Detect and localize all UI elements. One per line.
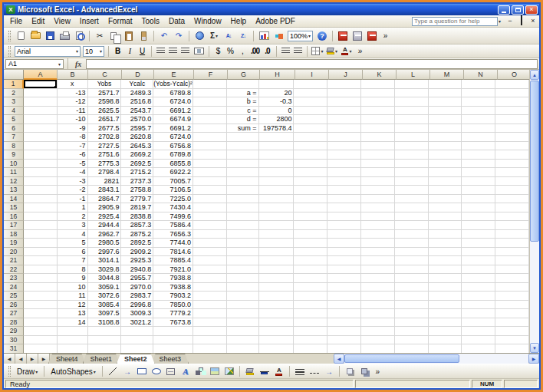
cell-F9[interactable] bbox=[193, 150, 227, 160]
cell-F18[interactable] bbox=[193, 230, 227, 239]
line-button[interactable] bbox=[106, 365, 120, 378]
row-header-31[interactable]: 31 bbox=[4, 344, 24, 353]
cell-E26[interactable]: 7850.0 bbox=[153, 301, 193, 310]
cell-A19[interactable] bbox=[24, 239, 58, 248]
cell-F27[interactable] bbox=[193, 309, 227, 318]
cell-M21[interactable] bbox=[429, 256, 462, 265]
cell-N22[interactable] bbox=[462, 265, 495, 275]
cell-C22[interactable]: 3029.8 bbox=[88, 265, 122, 275]
cell-C3[interactable]: 2598.8 bbox=[88, 97, 122, 107]
toolbar-grip[interactable] bbox=[8, 46, 11, 57]
cell-J15[interactable] bbox=[327, 203, 361, 212]
cell-B2[interactable]: -13 bbox=[58, 89, 88, 98]
cell-A4[interactable] bbox=[24, 107, 58, 116]
cell-D14[interactable]: 2779.7 bbox=[121, 195, 153, 204]
cell-A30[interactable] bbox=[24, 336, 58, 345]
cell-K12[interactable] bbox=[361, 177, 395, 186]
cell-B17[interactable]: 3 bbox=[58, 221, 88, 230]
cell-A18[interactable] bbox=[24, 230, 58, 239]
cell-G10[interactable] bbox=[227, 160, 259, 169]
cell-E7[interactable]: 6724.0 bbox=[153, 133, 193, 142]
cell-D2[interactable]: 2489.3 bbox=[121, 89, 153, 98]
next-sheet-button[interactable]: ▶ bbox=[27, 354, 38, 364]
cell-H6[interactable]: 197578.4 bbox=[259, 124, 295, 133]
cell-L29[interactable] bbox=[395, 327, 429, 336]
cell-J3[interactable] bbox=[327, 97, 361, 107]
cell-D31[interactable] bbox=[121, 344, 153, 353]
cell-L30[interactable] bbox=[395, 336, 429, 345]
decrease-indent-button[interactable] bbox=[280, 44, 291, 58]
cell-A9[interactable] bbox=[24, 150, 58, 160]
close-button[interactable]: × bbox=[525, 5, 538, 15]
cell-B11[interactable]: -4 bbox=[58, 168, 88, 177]
cell-L10[interactable] bbox=[395, 160, 429, 169]
cell-J18[interactable] bbox=[327, 230, 361, 239]
column-header-h[interactable]: H bbox=[260, 70, 295, 80]
cell-I26[interactable] bbox=[294, 301, 327, 310]
cell-K22[interactable] bbox=[361, 265, 395, 275]
cell-B9[interactable]: -6 bbox=[58, 150, 88, 160]
cell-N21[interactable] bbox=[462, 256, 495, 265]
sort-ascending-button[interactable]: A↓ bbox=[222, 29, 235, 42]
cell-E13[interactable]: 7106.5 bbox=[153, 186, 193, 195]
cell-H26[interactable] bbox=[259, 301, 295, 310]
font-color-button[interactable]: A bbox=[272, 365, 286, 378]
cell-H18[interactable] bbox=[259, 230, 295, 239]
cell-A24[interactable] bbox=[24, 283, 58, 292]
shadow-style-button[interactable] bbox=[343, 365, 357, 378]
arrow-button[interactable]: → bbox=[120, 365, 134, 378]
cell-O31[interactable] bbox=[495, 344, 529, 353]
cell-B22[interactable]: 8 bbox=[58, 265, 88, 275]
sheet-tab-sheet2[interactable]: Sheet2 bbox=[117, 354, 155, 364]
cell-J7[interactable] bbox=[327, 133, 361, 142]
cell-N18[interactable] bbox=[462, 230, 495, 239]
cell-C12[interactable]: 2821 bbox=[88, 177, 122, 186]
cell-G27[interactable] bbox=[227, 309, 259, 318]
cell-A25[interactable] bbox=[24, 292, 58, 301]
column-header-l[interactable]: L bbox=[397, 70, 430, 80]
column-header-a[interactable]: A bbox=[24, 70, 58, 80]
cell-L25[interactable] bbox=[395, 292, 429, 301]
cell-D12[interactable]: 2737.3 bbox=[121, 177, 153, 186]
cell-A23[interactable] bbox=[24, 274, 58, 283]
row-header-26[interactable]: 26 bbox=[4, 301, 24, 310]
column-header-e[interactable]: E bbox=[154, 70, 194, 80]
cell-N11[interactable] bbox=[462, 168, 495, 177]
cell-E8[interactable]: 6756.8 bbox=[153, 142, 193, 151]
cell-L21[interactable] bbox=[395, 256, 429, 265]
cell-G16[interactable] bbox=[227, 212, 259, 222]
cell-L5[interactable] bbox=[395, 115, 429, 124]
cell-J25[interactable] bbox=[327, 292, 361, 301]
cell-B20[interactable]: 6 bbox=[58, 248, 88, 257]
cell-O30[interactable] bbox=[495, 336, 529, 345]
cell-D28[interactable]: 3021.2 bbox=[121, 318, 153, 328]
cell-E17[interactable]: 7586.4 bbox=[153, 221, 193, 230]
cell-B5[interactable]: -10 bbox=[58, 115, 88, 124]
cell-J29[interactable] bbox=[327, 327, 361, 336]
row-header-4[interactable]: 4 bbox=[4, 107, 24, 116]
menu-tools[interactable]: Tools bbox=[137, 17, 164, 25]
cell-D21[interactable]: 2925.3 bbox=[121, 256, 153, 265]
cell-I7[interactable] bbox=[294, 133, 327, 142]
dash-style-button[interactable] bbox=[308, 365, 321, 378]
cell-H20[interactable] bbox=[259, 248, 295, 257]
cell-D10[interactable]: 2692.5 bbox=[121, 160, 153, 169]
row-header-7[interactable]: 7 bbox=[4, 133, 24, 142]
cell-F21[interactable] bbox=[193, 256, 227, 265]
workbook-restore-button[interactable] bbox=[517, 17, 526, 25]
draw-menu-button[interactable]: Draw▾ bbox=[14, 367, 41, 376]
cell-B8[interactable]: -7 bbox=[58, 142, 88, 151]
cell-M13[interactable] bbox=[429, 186, 462, 195]
row-header-24[interactable]: 24 bbox=[4, 283, 24, 292]
cell-A14[interactable] bbox=[24, 195, 58, 204]
cell-C6[interactable]: 2677.5 bbox=[88, 124, 122, 133]
cell-E20[interactable]: 7814.6 bbox=[153, 248, 193, 257]
cell-H30[interactable] bbox=[259, 336, 295, 345]
cell-G1[interactable] bbox=[227, 80, 259, 89]
cell-D18[interactable]: 2875.2 bbox=[121, 230, 153, 239]
cell-G2[interactable]: a = bbox=[227, 89, 259, 98]
font-color-button[interactable]: A▾ bbox=[340, 44, 354, 58]
cell-K6[interactable] bbox=[361, 124, 395, 133]
cell-G13[interactable] bbox=[227, 186, 259, 195]
cell-N13[interactable] bbox=[462, 186, 495, 195]
